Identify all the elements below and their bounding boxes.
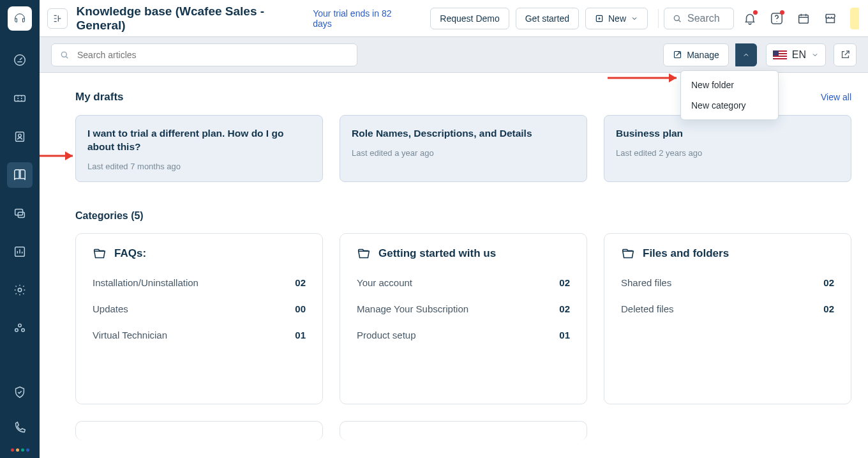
- header-icons: [739, 8, 859, 29]
- calendar-icon[interactable]: [793, 8, 814, 29]
- page-title: Knowledge base (Wcafee Sales - General): [77, 4, 313, 33]
- new-article-dropdown: New folder New category: [680, 70, 779, 120]
- search-label: Search: [687, 13, 720, 24]
- draft-title: Business plan: [616, 127, 839, 141]
- draft-card[interactable]: Role Names, Descriptions, and Details La…: [340, 115, 587, 182]
- new-button[interactable]: New: [585, 8, 648, 29]
- avatar-partial[interactable]: [850, 8, 859, 29]
- status-dots: [11, 443, 29, 454]
- tree-toggle[interactable]: [47, 8, 68, 29]
- draft-subtitle: Last edited 2 years ago: [616, 148, 839, 158]
- new-article-split: New article: [735, 43, 757, 66]
- draft-card[interactable]: I want to trial a different plan. How do…: [75, 115, 323, 182]
- nav-phone[interactable]: [7, 415, 33, 441]
- category-row[interactable]: Manage Your Subscription 02: [348, 296, 579, 322]
- help-icon[interactable]: [766, 8, 788, 29]
- nav-dashboard[interactable]: [7, 47, 33, 73]
- category-row[interactable]: Updates 00: [84, 296, 315, 322]
- categories-grid: FAQs: Installation/Uninstallation 02 Upd…: [75, 233, 851, 404]
- nav-tickets[interactable]: [7, 86, 33, 111]
- svg-point-10: [22, 328, 25, 332]
- category-card: FAQs: Installation/Uninstallation 02 Upd…: [75, 233, 323, 404]
- language-label: EN: [792, 49, 806, 61]
- sidebar: [0, 0, 40, 458]
- trial-status[interactable]: Your trial ends in 82 days: [313, 8, 411, 29]
- category-header[interactable]: Getting started with us: [348, 247, 579, 270]
- svg-point-8: [19, 324, 22, 327]
- new-article-caret[interactable]: [735, 43, 757, 66]
- category-name: Getting started with us: [378, 247, 496, 260]
- dropdown-new-category[interactable]: New category: [681, 95, 778, 116]
- svg-point-3: [19, 134, 22, 137]
- svg-point-7: [18, 288, 22, 292]
- svg-point-14: [776, 20, 777, 21]
- category-row[interactable]: Product setup 01: [348, 322, 579, 348]
- nav-chat[interactable]: [7, 201, 33, 226]
- drafts-title: My drafts: [75, 91, 124, 103]
- flag-us-icon: [773, 50, 787, 59]
- main-content: My drafts View all I want to trial a dif…: [40, 73, 868, 458]
- global-search[interactable]: Search: [664, 8, 734, 29]
- category-row[interactable]: Installation/Uninstallation 02: [84, 270, 315, 296]
- nav-reports[interactable]: [7, 239, 33, 264]
- view-all-link[interactable]: View all: [821, 92, 851, 102]
- draft-card[interactable]: Business plan Last edited 2 years ago: [604, 115, 851, 182]
- category-row[interactable]: Your account 02: [348, 270, 579, 296]
- category-header[interactable]: FAQs:: [84, 247, 315, 270]
- draft-subtitle: Last edited 7 months ago: [87, 162, 311, 171]
- category-row[interactable]: Virtual Technician 01: [84, 322, 315, 348]
- draft-title: I want to trial a different plan. How do…: [87, 127, 311, 154]
- category-card: Files and folders Shared files 02 Delete…: [604, 233, 851, 404]
- nav-contacts[interactable]: [7, 124, 33, 149]
- manage-button[interactable]: Manage: [663, 43, 729, 66]
- nav-help[interactable]: [7, 379, 33, 405]
- help-badge: [780, 10, 784, 15]
- draft-subtitle: Last edited a year ago: [352, 148, 575, 158]
- svg-rect-15: [799, 15, 809, 23]
- category-name: FAQs:: [114, 247, 146, 260]
- notifications-icon[interactable]: [739, 8, 761, 29]
- divider: [658, 9, 659, 28]
- header: Knowledge base (Wcafee Sales - General) …: [40, 0, 868, 37]
- open-external-button[interactable]: [834, 43, 857, 66]
- sidebar-bottom: [7, 379, 33, 458]
- drafts-grid: I want to trial a different plan. How do…: [75, 115, 851, 182]
- category-name: Files and folders: [643, 247, 729, 260]
- nav-settings[interactable]: [7, 277, 33, 303]
- nav-people[interactable]: [7, 316, 33, 341]
- app-logo[interactable]: [8, 6, 32, 31]
- categories-title: Categories (5): [75, 210, 851, 222]
- categories-more: [75, 421, 851, 440]
- nav-knowledge-base[interactable]: [7, 162, 33, 188]
- svg-rect-1: [15, 95, 26, 101]
- language-select[interactable]: EN: [766, 43, 826, 66]
- toolbar: Manage New article EN: [40, 37, 868, 73]
- search-articles[interactable]: [51, 43, 357, 66]
- draft-title: Role Names, Descriptions, and Details: [352, 127, 575, 141]
- svg-point-12: [674, 15, 679, 20]
- category-card-partial[interactable]: [75, 421, 323, 440]
- marketplace-icon[interactable]: [819, 8, 841, 29]
- category-row[interactable]: Shared files 02: [612, 270, 843, 296]
- sidebar-nav: [7, 47, 33, 379]
- dropdown-new-folder[interactable]: New folder: [681, 75, 778, 95]
- category-card: Getting started with us Your account 02 …: [340, 233, 587, 404]
- category-header[interactable]: Files and folders: [612, 247, 843, 270]
- svg-point-9: [15, 328, 19, 332]
- search-articles-input[interactable]: [76, 49, 349, 61]
- category-card-partial[interactable]: [340, 421, 587, 440]
- request-demo-button[interactable]: Request Demo: [430, 8, 509, 29]
- svg-point-16: [61, 52, 66, 57]
- category-row[interactable]: Deleted files 02: [612, 296, 843, 322]
- get-started-button[interactable]: Get started: [516, 8, 579, 29]
- notif-badge: [753, 10, 758, 15]
